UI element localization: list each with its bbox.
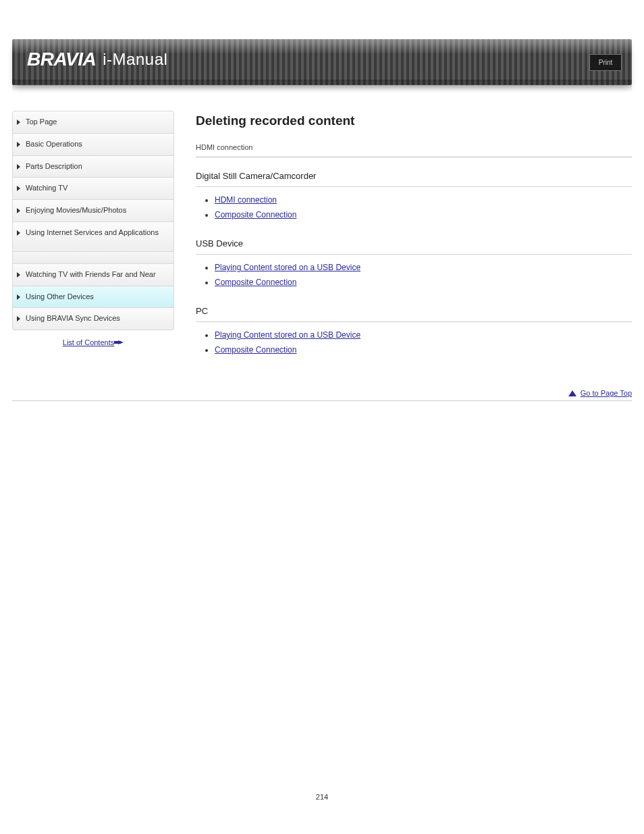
sidebar-item-label: Watching TV with Friends Far and Near xyxy=(26,270,156,280)
header-banner: BRAVIA i-Manual Print xyxy=(12,39,632,85)
chevron-right-icon xyxy=(17,316,20,321)
section-head: USB Device xyxy=(196,234,632,255)
banner-title: BRAVIA i-Manual xyxy=(27,49,167,70)
go-to-top-link[interactable]: Go to Page Top xyxy=(568,389,632,397)
model-label: i-Manual xyxy=(103,50,167,69)
sidebar-item-top-page[interactable]: Top Page xyxy=(13,111,173,134)
list-item: Playing Content stored on a USB Device xyxy=(215,328,632,342)
list-item: Composite Connection xyxy=(215,342,632,357)
sidebar-item-watching-tv[interactable]: Watching TV xyxy=(13,178,173,200)
chevron-right-icon xyxy=(17,120,20,125)
triangle-up-icon xyxy=(568,390,576,396)
sidebar-item-label: Enjoying Movies/Music/Photos xyxy=(26,206,126,215)
list-item: HDMI connection xyxy=(215,192,632,207)
chevron-right-icon xyxy=(17,272,20,278)
manual-link-label: List of Contents xyxy=(63,338,114,346)
article-title: Deleting recorded content xyxy=(196,113,632,128)
sidebar-item-label: Basic Operations xyxy=(26,140,82,149)
page-number: 214 xyxy=(0,793,644,801)
section-links: Playing Content stored on a USB Device C… xyxy=(196,260,632,290)
sidebar-item-parts-description[interactable]: Parts Description xyxy=(13,156,173,178)
content-link[interactable]: Composite Connection xyxy=(215,210,296,219)
chevron-right-icon xyxy=(17,186,20,191)
list-of-contents-link[interactable]: List of Contents xyxy=(12,338,174,346)
footer-divider: Go to Page Top xyxy=(12,400,632,401)
chevron-right-icon xyxy=(17,164,20,170)
sidebar-item-label: Using Internet Services and Applications xyxy=(26,228,159,238)
section-links: Playing Content stored on a USB Device C… xyxy=(196,328,632,357)
sidebar-item-bravia-sync[interactable]: Using BRAVIA Sync Devices xyxy=(13,308,173,330)
sidebar: Top Page Basic Operations Parts Descript… xyxy=(12,111,174,346)
chevron-right-icon xyxy=(17,294,20,300)
section-head: Digital Still Camera/Camcorder xyxy=(196,167,632,187)
sidebar-item-label: Parts Description xyxy=(26,162,82,172)
sidebar-item-label: Watching TV xyxy=(26,184,68,193)
breadcrumb: HDMI connection xyxy=(196,143,632,157)
go-to-top-label: Go to Page Top xyxy=(581,389,632,397)
arrow-right-icon xyxy=(118,340,124,344)
section-head: PC xyxy=(196,302,632,322)
content-link[interactable]: HDMI connection xyxy=(215,195,277,205)
chevron-right-icon xyxy=(17,142,20,147)
print-button[interactable]: Print xyxy=(589,54,622,71)
sidebar-nav: Top Page Basic Operations Parts Descript… xyxy=(12,111,174,330)
sidebar-item-watching-with-friends[interactable]: Watching TV with Friends Far and Near xyxy=(13,264,173,286)
list-item: Composite Connection xyxy=(215,275,632,290)
chevron-right-icon xyxy=(17,208,20,213)
content-link[interactable]: Composite Connection xyxy=(215,345,296,355)
sidebar-item-label: Using BRAVIA Sync Devices xyxy=(26,314,120,323)
sidebar-item-internet-services[interactable]: Using Internet Services and Applications xyxy=(13,222,173,252)
sidebar-item-other-devices[interactable]: Using Other Devices xyxy=(13,286,173,309)
list-item: Composite Connection xyxy=(215,207,632,222)
sidebar-spacer xyxy=(13,252,173,264)
article: Deleting recorded content HDMI connectio… xyxy=(196,111,632,369)
section-links: HDMI connection Composite Connection xyxy=(196,192,632,222)
sidebar-item-label: Top Page xyxy=(26,118,57,127)
sidebar-item-basic-operations[interactable]: Basic Operations xyxy=(13,134,173,156)
list-item: Playing Content stored on a USB Device xyxy=(215,260,632,275)
sidebar-item-label: Using Other Devices xyxy=(26,292,94,302)
brand-label: BRAVIA xyxy=(27,49,96,70)
print-button-label: Print xyxy=(599,59,613,66)
chevron-right-icon xyxy=(17,230,20,236)
sidebar-item-movies-music-photos[interactable]: Enjoying Movies/Music/Photos xyxy=(13,200,173,222)
content-link[interactable]: Composite Connection xyxy=(215,278,296,287)
content-link[interactable]: Playing Content stored on a USB Device xyxy=(215,263,360,272)
content-link[interactable]: Playing Content stored on a USB Device xyxy=(215,330,360,340)
